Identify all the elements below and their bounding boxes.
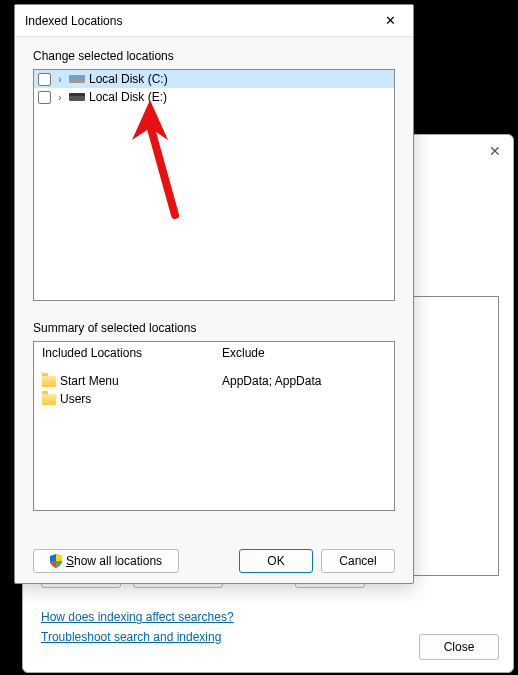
tree-item-label: Local Disk (E:) (89, 90, 167, 104)
folder-icon (42, 394, 56, 405)
chevron-right-icon[interactable]: › (55, 92, 65, 103)
exclude-header: Exclude (222, 346, 386, 372)
included-item-users[interactable]: Users (42, 390, 206, 408)
ok-button[interactable]: OK (239, 549, 313, 573)
included-item-label: Start Menu (60, 374, 119, 388)
folder-icon (42, 376, 56, 387)
summary-label: Summary of selected locations (33, 321, 395, 335)
tree-item-label: Local Disk (C:) (89, 72, 168, 86)
indexed-locations-dialog: Indexed Locations ✕ Change selected loca… (14, 4, 414, 584)
summary-box: Included Locations Start Menu Users Excl… (33, 341, 395, 511)
included-header: Included Locations (42, 346, 206, 372)
dialog-body: Change selected locations › Local Disk (… (15, 37, 413, 583)
tree-item-local-disk-c[interactable]: › Local Disk (C:) (34, 70, 394, 88)
close-icon[interactable]: ✕ (375, 9, 405, 33)
included-item-start-menu[interactable]: Start Menu (42, 372, 206, 390)
change-locations-label: Change selected locations (33, 49, 395, 63)
exclude-text: AppData; AppData (222, 372, 386, 390)
button-row: Show all locations OK Cancel (33, 537, 395, 573)
titlebar: Indexed Locations ✕ (15, 5, 413, 37)
included-item-label: Users (60, 392, 91, 406)
show-all-label: Show all locations (66, 554, 162, 568)
checkbox[interactable] (38, 73, 51, 86)
cancel-button[interactable]: Cancel (321, 549, 395, 573)
dialog-title: Indexed Locations (25, 14, 375, 28)
link-troubleshoot-search[interactable]: Troubleshoot search and indexing (41, 630, 234, 644)
close-icon[interactable]: ✕ (489, 143, 501, 159)
show-all-locations-button[interactable]: Show all locations (33, 549, 179, 573)
checkbox[interactable] (38, 91, 51, 104)
bg-links-group: How does indexing affect searches? Troub… (41, 610, 234, 650)
disk-icon (69, 91, 85, 103)
disk-icon (69, 73, 85, 85)
close-button[interactable]: Close (419, 634, 499, 660)
link-how-indexing-affects[interactable]: How does indexing affect searches? (41, 610, 234, 624)
chevron-right-icon[interactable]: › (55, 74, 65, 85)
uac-shield-icon (50, 554, 62, 568)
included-column: Included Locations Start Menu Users (34, 342, 214, 510)
exclude-column: Exclude AppData; AppData (214, 342, 394, 510)
tree-item-local-disk-e[interactable]: › Local Disk (E:) (34, 88, 394, 106)
locations-tree[interactable]: › Local Disk (C:) › Local Disk (E:) (33, 69, 395, 301)
